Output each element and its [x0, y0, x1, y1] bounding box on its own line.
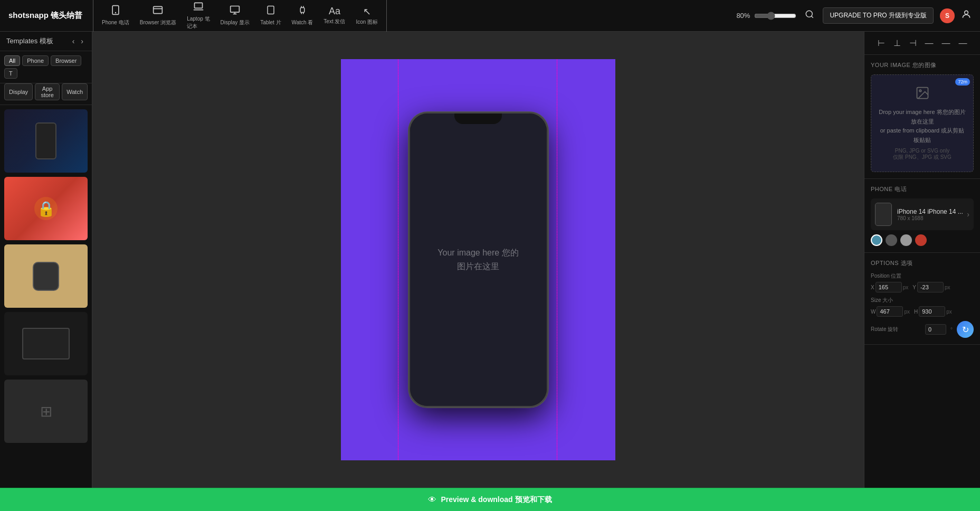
filter-tab-phone[interactable]: Phone — [22, 55, 49, 66]
guide-line-right — [557, 59, 557, 460]
filter-tab-watch[interactable]: Watch — [62, 83, 88, 100]
color-swatch-red[interactable] — [915, 234, 927, 246]
phone-model-info: iPhone 14 iPhone 14 ... 780 x 1688 — [897, 208, 967, 221]
color-swatch-blue[interactable] — [871, 234, 882, 246]
align-left-button[interactable]: ⊢ — [874, 36, 888, 50]
sidebar-nav-buttons: ‹ › — [70, 36, 85, 46]
filter-tab-appstore[interactable]: App store — [35, 83, 60, 100]
thumbnail-list: 🔒 ⊞ — [0, 105, 92, 488]
options-section: OPTIONS 选项 Position 位置 X px Y — [864, 253, 980, 345]
format-hint: PNG, JPG or SVG only 仅限 PNG、JPG 或 SVG — [878, 148, 967, 161]
phone-model-name: iPhone 14 iPhone 14 ... — [897, 208, 967, 215]
position-x-input[interactable] — [876, 282, 902, 292]
filter-tab-browser[interactable]: Browser — [51, 55, 81, 66]
list-item[interactable] — [4, 312, 88, 375]
color-swatch-gray[interactable] — [900, 234, 912, 246]
list-item[interactable] — [4, 244, 88, 308]
device-btn-browser[interactable]: Browser 浏览器 — [136, 3, 180, 29]
phone-section: PHONE 电话 iPhone 14 iPhone 14 ... 780 x 1… — [864, 179, 980, 253]
align-top-button[interactable]: — — [922, 36, 937, 50]
left-sidebar: Templates 模板 ‹ › All Phone Browser T Dis… — [0, 32, 92, 488]
sidebar-header: Templates 模板 ‹ › — [0, 32, 92, 51]
phone-mockup: Your image here 您的图片在这里 — [408, 112, 548, 408]
phone-model-selector[interactable]: iPhone 14 iPhone 14 ... 780 x 1688 › — [871, 198, 974, 230]
watch-icon — [298, 5, 307, 18]
svg-rect-10 — [300, 8, 305, 13]
w-unit: px — [904, 309, 910, 315]
user-menu-button[interactable] — [961, 9, 972, 22]
phone-model-thumbnail — [875, 203, 892, 226]
list-item[interactable] — [4, 109, 88, 173]
x-unit: px — [903, 285, 909, 290]
image-placeholder: Your image here 您的图片在这里 — [427, 235, 529, 283]
svg-rect-4 — [194, 3, 202, 8]
browser-icon — [153, 5, 163, 18]
size-w-field: W px — [871, 306, 910, 317]
search-button[interactable] — [803, 7, 816, 24]
svg-point-19 — [919, 90, 921, 92]
preview-download-bar[interactable]: 👁 Preview & download 预览和下载 — [0, 488, 980, 511]
svg-line-13 — [301, 13, 302, 14]
height-label: H — [914, 309, 918, 315]
rotate-input-area: ° ↻ — [925, 321, 974, 338]
rotate-input[interactable] — [925, 324, 946, 335]
main-layout: Templates 模板 ‹ › All Phone Browser T Dis… — [0, 32, 980, 488]
device-btn-icon[interactable]: ↖ Icon 图标 — [351, 4, 382, 28]
align-right-button[interactable]: ⊣ — [906, 36, 920, 50]
zoom-slider[interactable] — [754, 12, 796, 20]
lock-icon: 🔒 — [34, 197, 58, 220]
device-btn-text[interactable]: Aa Text 发信 — [319, 4, 349, 27]
filter-tabs-row2: Display App store Watch — [0, 83, 92, 105]
align-center-h-button[interactable]: ⊥ — [890, 36, 904, 50]
your-image-title: YOUR IMAGE 您的图像 — [871, 61, 974, 69]
device-btn-display[interactable]: Display 显示 — [216, 3, 254, 29]
image-drop-zone[interactable]: 72m Drop your image here 将您的图片放在这里 or pa… — [871, 74, 974, 172]
list-item[interactable]: 🔒 — [4, 177, 88, 240]
color-swatch-dark[interactable] — [886, 234, 897, 246]
rotate-confirm-button[interactable]: ↻ — [957, 321, 974, 338]
display-icon — [229, 5, 241, 18]
svg-rect-2 — [154, 6, 163, 13]
device-btn-tablet[interactable]: Tablet 片 — [256, 3, 285, 29]
device-btn-laptop[interactable]: Laptop 笔记本 — [183, 0, 214, 32]
top-bar-left: shotsnapp 镜头纳普 Phone 电话 Browser 浏览器 — [8, 0, 387, 35]
upgrade-button[interactable]: UPGRADE TO PRO 升级到专业版 — [823, 7, 934, 24]
nav-next-button[interactable]: › — [79, 36, 85, 46]
device-btn-phone[interactable]: Phone 电话 — [98, 3, 134, 29]
list-item[interactable]: ⊞ — [4, 380, 88, 443]
nav-prev-button[interactable]: ‹ — [70, 36, 77, 46]
filter-tab-display[interactable]: Display — [4, 83, 33, 100]
position-y-input[interactable] — [917, 282, 944, 292]
tablet-label: Tablet 片 — [260, 19, 281, 26]
align-bottom-button[interactable]: — — [956, 36, 971, 50]
phone-icon — [110, 5, 121, 18]
device-btn-watch[interactable]: Watch 看 — [288, 3, 318, 29]
watch-label: Watch 看 — [292, 19, 313, 26]
your-image-section: YOUR IMAGE 您的图像 72m Drop your image here… — [864, 55, 980, 179]
zoom-control: 80% — [736, 12, 796, 20]
y-axis-label: Y — [912, 285, 916, 290]
app-logo: shotsnapp 镜头纳普 — [8, 11, 82, 21]
zoom-level: 80% — [736, 12, 750, 20]
phone-side-button — [547, 177, 548, 209]
avatar[interactable]: S — [940, 8, 955, 23]
size-width-input[interactable] — [877, 306, 903, 317]
right-panel: ⊢ ⊥ ⊣ — — — YOUR IMAGE 您的图像 72m Drop you… — [864, 32, 980, 488]
svg-point-17 — [965, 11, 968, 14]
canvas-area[interactable]: Your image here 您的图片在这里 — [92, 32, 864, 488]
phone-label: Phone 电话 — [102, 19, 129, 26]
y-unit: px — [945, 285, 950, 290]
preview-eye-icon: 👁 — [428, 495, 436, 505]
phone-preview — [35, 122, 56, 159]
phone-model-size: 780 x 1688 — [897, 215, 967, 221]
align-row: ⊢ ⊥ ⊣ — — — — [864, 32, 980, 55]
size-height-input[interactable] — [919, 306, 945, 317]
preview-download-label: Preview & download 预览和下载 — [441, 495, 551, 505]
drop-text-1: Drop your image here 将您的图片放在这里 — [879, 109, 965, 125]
align-center-v-button[interactable]: — — [939, 36, 954, 50]
color-swatches — [871, 234, 974, 246]
top-bar-right: 80% UPGRADE TO PRO 升级到专业版 S — [736, 7, 972, 24]
filter-tab-all[interactable]: All — [4, 55, 20, 66]
rotate-label: Rotate 旋转 — [871, 326, 898, 333]
filter-tab-t[interactable]: T — [4, 68, 17, 79]
